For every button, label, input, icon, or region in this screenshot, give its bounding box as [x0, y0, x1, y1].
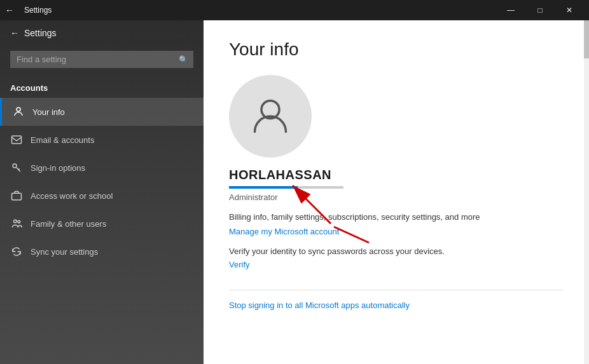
- page-title: Your info: [229, 39, 564, 60]
- search-box: 🔍: [10, 51, 193, 68]
- avatar: [229, 75, 312, 158]
- sidebar-item-label-signin: Sign-in options: [31, 163, 85, 173]
- back-arrow-icon: ←: [10, 28, 19, 38]
- sidebar-item-your-info[interactable]: Your info: [0, 98, 204, 126]
- person-icon: [12, 105, 25, 118]
- sidebar-item-family-users[interactable]: Family & other users: [0, 210, 204, 238]
- sidebar-item-label-sync: Sync your settings: [31, 247, 98, 257]
- email-icon: [10, 133, 23, 146]
- avatar-area: HORLAHASSAN Administrator Billing info, …: [229, 75, 564, 320]
- briefcase-icon: [10, 189, 23, 202]
- divider: [229, 290, 564, 290]
- stop-signing-link[interactable]: Stop signing in to all Microsoft apps au…: [229, 300, 410, 310]
- svg-point-2: [13, 164, 17, 168]
- sidebar-item-email-accounts[interactable]: Email & accounts: [0, 126, 204, 154]
- sidebar-section-title: Accounts: [0, 73, 204, 98]
- sidebar-item-access-work[interactable]: Access work or school: [0, 182, 204, 210]
- key-icon: [10, 161, 23, 174]
- svg-rect-3: [12, 193, 22, 200]
- app-body: ← Settings 🔍 Accounts Your info: [0, 20, 589, 364]
- search-icon: 🔍: [179, 55, 188, 64]
- username: HORLAHASSAN: [229, 168, 331, 182]
- minimize-button[interactable]: —: [496, 0, 525, 20]
- verify-link[interactable]: Verify: [229, 260, 250, 269]
- sync-icon: [10, 245, 23, 258]
- scrollbar[interactable]: [584, 20, 589, 364]
- account-type-bar: [229, 186, 343, 189]
- sidebar-item-label-your-info: Your info: [32, 107, 65, 117]
- account-role: Administrator: [229, 192, 278, 202]
- sidebar-item-sync[interactable]: Sync your settings: [0, 238, 204, 266]
- titlebar-controls: — □ ✕: [496, 0, 584, 20]
- sidebar-item-label-access-work: Access work or school: [31, 191, 113, 201]
- svg-point-4: [14, 220, 17, 223]
- close-button[interactable]: ✕: [555, 0, 584, 20]
- sidebar: ← Settings 🔍 Accounts Your info: [0, 20, 204, 364]
- manage-account-link[interactable]: Manage my Microsoft account: [229, 227, 339, 236]
- search-input[interactable]: [10, 51, 193, 68]
- maximize-button[interactable]: □: [525, 0, 555, 20]
- verify-text: Verify your identity to sync passwords a…: [229, 246, 445, 256]
- svg-point-5: [18, 220, 20, 223]
- sidebar-item-sign-in[interactable]: Sign-in options: [0, 154, 204, 182]
- sidebar-item-label-family: Family & other users: [31, 219, 106, 229]
- sidebar-back-button[interactable]: ← Settings: [0, 20, 204, 46]
- titlebar: ← Settings — □ ✕: [0, 0, 589, 20]
- sidebar-app-title: Settings: [24, 28, 57, 38]
- main-panel: Your info HORLAHASSAN Administrator Bill…: [204, 20, 589, 364]
- family-icon: [10, 217, 23, 230]
- back-icon: ←: [5, 5, 14, 15]
- sidebar-item-label-email: Email & accounts: [31, 135, 94, 145]
- titlebar-title: Settings: [24, 6, 496, 15]
- svg-point-0: [17, 107, 20, 111]
- svg-rect-1: [12, 136, 22, 144]
- scrollbar-thumb[interactable]: [584, 20, 589, 58]
- billing-text: Billing info, family settings, subscript…: [229, 212, 480, 222]
